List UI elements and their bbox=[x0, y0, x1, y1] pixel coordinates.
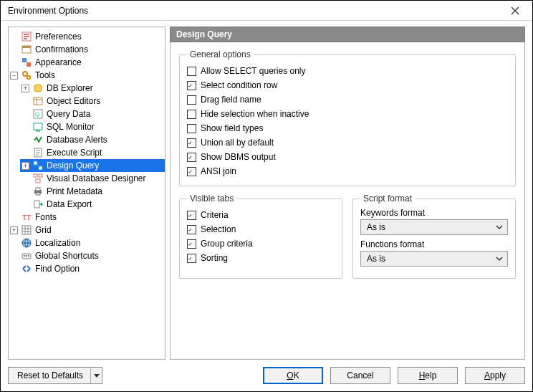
collapse-icon[interactable]: − bbox=[10, 72, 18, 80]
tree-item-tools[interactable]: −Tools bbox=[9, 69, 165, 82]
titlebar: Environment Options bbox=[1, 1, 532, 21]
chevron-down-icon bbox=[496, 224, 503, 231]
expand-icon[interactable]: + bbox=[21, 85, 29, 92]
apply-button[interactable]: Apply bbox=[465, 367, 525, 384]
keywords-format-select[interactable]: As is bbox=[360, 219, 508, 235]
svg-rect-32 bbox=[36, 193, 40, 195]
checkbox-icon bbox=[187, 110, 196, 119]
checkbox-hide-selection-inactive[interactable]: Hide selection when inactive bbox=[187, 107, 508, 121]
checkbox-icon bbox=[187, 167, 196, 176]
select-value: As is bbox=[367, 222, 385, 232]
close-icon bbox=[511, 6, 519, 15]
tree-label: Find Option bbox=[35, 264, 80, 274]
grid-icon bbox=[21, 224, 32, 236]
svg-text:T: T bbox=[27, 214, 31, 221]
design-query-icon bbox=[32, 160, 44, 171]
checkbox-label: Selection bbox=[201, 224, 236, 234]
tools-icon bbox=[21, 70, 32, 81]
tree-label: DB Explorer bbox=[47, 83, 93, 93]
ok-button[interactable]: OK bbox=[263, 367, 323, 384]
svg-rect-24 bbox=[34, 161, 37, 165]
svg-rect-19 bbox=[36, 130, 40, 132]
object-editors-icon bbox=[32, 95, 44, 107]
query-data-icon: Q bbox=[32, 108, 44, 120]
tree-item-grid[interactable]: +Grid bbox=[9, 224, 165, 236]
tree-label: Localization bbox=[35, 238, 80, 248]
checkbox-label: Drag field name bbox=[201, 95, 261, 105]
tree-item-object-editors[interactable]: Object Editors bbox=[20, 95, 165, 107]
cancel-button[interactable]: Cancel bbox=[330, 367, 390, 384]
checkbox-icon bbox=[187, 153, 196, 162]
functions-format-select[interactable]: As is bbox=[360, 251, 508, 267]
checkbox-ansi-join[interactable]: ANSI join bbox=[187, 164, 508, 178]
tree-label: Appearance bbox=[35, 57, 82, 67]
checkbox-label: ANSI join bbox=[201, 166, 236, 176]
visible-tabs-legend: Visible tabs bbox=[187, 193, 236, 204]
dialog-footer: Reset to Defaults OK Cancel Help Apply bbox=[8, 365, 525, 384]
tree-item-query-data[interactable]: QQuery Data bbox=[20, 107, 165, 120]
functions-format-label: Functions format bbox=[360, 239, 508, 249]
checkbox-show-dbms-output[interactable]: Show DBMS output bbox=[187, 150, 508, 164]
reset-defaults-button[interactable]: Reset to Defaults bbox=[8, 367, 102, 384]
svg-rect-27 bbox=[34, 174, 37, 177]
tree-item-visual-db-designer[interactable]: Visual Database Designer bbox=[20, 172, 165, 185]
tree-label: Query Data bbox=[47, 109, 90, 119]
checkbox-selection[interactable]: Selection bbox=[187, 222, 335, 236]
svg-rect-28 bbox=[39, 174, 42, 177]
svg-line-48 bbox=[27, 266, 30, 269]
tree-item-fonts[interactable]: TTFonts bbox=[9, 211, 165, 224]
alerts-icon bbox=[32, 134, 44, 145]
close-button[interactable] bbox=[502, 3, 528, 19]
tree-item-preferences[interactable]: Preferences bbox=[9, 30, 165, 43]
checkbox-sorting[interactable]: Sorting bbox=[187, 251, 335, 265]
help-button[interactable]: Help bbox=[398, 367, 458, 384]
checkbox-select-condition-row[interactable]: Select condition row bbox=[187, 78, 508, 92]
svg-rect-5 bbox=[24, 38, 27, 39]
checkbox-drag-field-name[interactable]: Drag field name bbox=[187, 92, 508, 107]
checkbox-icon bbox=[187, 239, 196, 249]
tree-item-execute-script[interactable]: Execute Script bbox=[20, 146, 165, 159]
lower-columns: Visible tabs Criteria Selection Group cr… bbox=[179, 193, 516, 279]
checkbox-group-criteria[interactable]: Group criteria bbox=[187, 236, 335, 251]
tree-label: Object Editors bbox=[47, 96, 100, 106]
tree-item-find-option[interactable]: Find Option bbox=[9, 262, 165, 275]
checkbox-label: Show DBMS output bbox=[201, 152, 276, 162]
tree-item-database-alerts[interactable]: Database Alerts bbox=[20, 133, 165, 146]
tree-item-confirmations[interactable]: Confirmations bbox=[9, 43, 165, 56]
tree-item-global-shortcuts[interactable]: Global Shortcuts bbox=[9, 249, 165, 262]
checkbox-icon bbox=[187, 81, 196, 90]
general-options-group: General options Allow SELECT queries onl… bbox=[179, 49, 516, 186]
tree-label: Data Export bbox=[47, 199, 92, 209]
tree-label: Print Metadata bbox=[47, 186, 102, 196]
checkbox-allow-select-only[interactable]: Allow SELECT queries only bbox=[187, 64, 508, 78]
checkbox-label: Select condition row bbox=[201, 80, 277, 90]
select-value: As is bbox=[367, 254, 385, 264]
tree-item-sql-monitor[interactable]: SQL Monitor bbox=[20, 120, 165, 133]
dropdown-arrow-icon[interactable] bbox=[90, 368, 102, 383]
tree-item-design-query[interactable]: +Design Query bbox=[20, 159, 165, 172]
svg-text:Q: Q bbox=[35, 111, 39, 118]
visible-tabs-group: Visible tabs Criteria Selection Group cr… bbox=[179, 193, 342, 279]
tree-item-data-export[interactable]: Data Export bbox=[20, 198, 165, 211]
vdb-icon bbox=[32, 173, 44, 184]
nav-tree[interactable]: Preferences Confirmations Appearance −To… bbox=[8, 27, 165, 360]
checkbox-label: Sorting bbox=[201, 253, 228, 263]
svg-line-46 bbox=[23, 266, 26, 269]
shortcuts-icon bbox=[21, 250, 32, 262]
checkbox-show-field-types[interactable]: Show field types bbox=[187, 121, 508, 135]
tree-item-db-explorer[interactable]: +DB Explorer bbox=[20, 82, 165, 95]
tree-item-localization[interactable]: Localization bbox=[9, 236, 165, 249]
svg-point-10 bbox=[23, 72, 27, 76]
button-label: Help bbox=[419, 371, 437, 381]
svg-rect-45 bbox=[28, 255, 29, 257]
checkbox-label: Union all by default bbox=[201, 138, 274, 148]
expand-icon[interactable]: + bbox=[21, 162, 29, 170]
tree-item-print-metadata[interactable]: Print Metadata bbox=[20, 185, 165, 198]
expand-icon[interactable]: + bbox=[10, 226, 18, 234]
checkbox-icon bbox=[187, 211, 196, 220]
button-label: Cancel bbox=[347, 371, 373, 381]
checkbox-criteria[interactable]: Criteria bbox=[187, 208, 335, 222]
tree-item-appearance[interactable]: Appearance bbox=[9, 56, 165, 69]
svg-line-49 bbox=[27, 269, 30, 272]
checkbox-union-all-default[interactable]: Union all by default bbox=[187, 135, 508, 150]
